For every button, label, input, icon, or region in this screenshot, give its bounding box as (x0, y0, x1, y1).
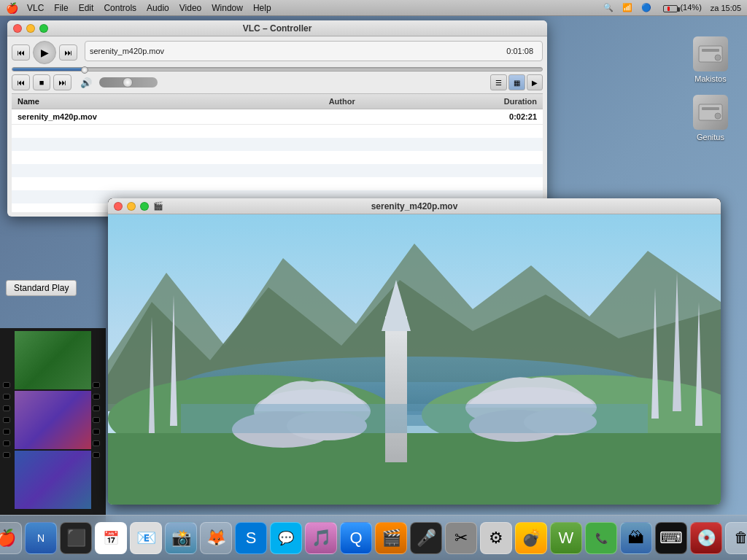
dock-trash[interactable]: 🗑 (725, 522, 747, 554)
video-content (108, 214, 721, 505)
menubar-window[interactable]: Window (212, 3, 243, 13)
film-hole (93, 452, 100, 458)
bluetooth-icon: 🔵 (641, 3, 651, 12)
stop-button[interactable]: ■ (33, 74, 50, 90)
view-play-button[interactable]: ▶ (527, 74, 543, 90)
view-list-button[interactable]: ☰ (490, 74, 507, 90)
svg-rect-1 (702, 49, 719, 52)
standard-play-button[interactable]: Standard Play (6, 280, 77, 296)
svg-point-5 (715, 113, 721, 119)
playlist-item-name: serenity_m420p.mov (12, 112, 323, 122)
standard-play-area: Standard Play (0, 277, 113, 299)
menubar-edit[interactable]: Edit (79, 3, 94, 13)
dock-item-3[interactable]: ⬛ (60, 522, 92, 554)
maximize-button[interactable] (39, 24, 48, 33)
dock-mic[interactable]: 🎤 (410, 522, 442, 554)
vlc-controller-title: VLC – Controller (243, 23, 312, 34)
minimize-button[interactable] (26, 24, 35, 33)
film-frame-3 (15, 451, 91, 509)
dock-firefox[interactable]: 🦊 (200, 522, 232, 554)
dock-item-dvd[interactable]: 💿 (690, 522, 722, 554)
playlist-table: Name Author Duration serenity_m420p.mov … (12, 93, 543, 212)
skip-fwd-button[interactable]: ⏭ (53, 74, 71, 90)
playlist-row-0[interactable]: serenity_m420p.mov 0:02:21 (12, 109, 543, 125)
dock-item-2[interactable]: N (25, 522, 57, 554)
menubar-vlc[interactable]: VLC (27, 3, 44, 13)
close-button[interactable] (13, 24, 22, 33)
wifi-icon: 📶 (622, 3, 632, 12)
film-hole (93, 440, 100, 446)
dock-skype[interactable]: S (235, 522, 267, 554)
film-hole (3, 405, 10, 411)
menubar-right: 🔍 📶 🔵 (14%) za 15:05 (600, 3, 741, 12)
makistos-drive-icon (693, 36, 728, 71)
window-control-dots (13, 24, 48, 33)
dock-itunes[interactable]: 🎵 (305, 522, 337, 554)
video-file-icon: 🎬 (153, 201, 163, 211)
dock-item-nettalk[interactable]: 📞 (585, 522, 617, 554)
dock-skype2[interactable]: 💬 (270, 522, 302, 554)
dock-calendar[interactable]: 📅 (95, 522, 127, 554)
svg-rect-28 (108, 214, 721, 505)
track-time: 0:01:08 (506, 47, 533, 55)
video-maximize-button[interactable] (140, 202, 149, 211)
film-hole (3, 394, 10, 400)
video-close-button[interactable] (114, 202, 123, 211)
skip-back-button[interactable]: ⏮ (12, 74, 30, 90)
film-holes-left (3, 382, 13, 458)
film-hole (93, 382, 100, 388)
vlc-controller-titlebar: VLC – Controller (7, 20, 547, 36)
dock-item-piano[interactable]: ⌨ (655, 522, 687, 554)
video-window-dots (114, 202, 149, 211)
apple-menu[interactable]: 🍎 (6, 2, 18, 14)
play-button[interactable]: ▶ (33, 41, 56, 64)
menubar: 🍎 VLC File Edit Controls Audio Video Win… (0, 0, 747, 16)
desktop-icon-genitus[interactable]: Genitus (685, 95, 736, 141)
progress-thumb (81, 66, 88, 74)
film-holes-right (93, 382, 103, 458)
volume-slider[interactable] (99, 77, 158, 88)
track-name: serenity_m420p.mov (90, 47, 502, 55)
desktop-icon-makistos[interactable]: Makistos (685, 36, 736, 83)
vlc-controller-body: ⏮ ▶ ⏭ serenity_m420p.mov 0:01:08 ⏮ ■ ⏭ (7, 36, 547, 217)
video-minimize-button[interactable] (127, 202, 136, 211)
playlist-item-author (323, 116, 484, 117)
menubar-video[interactable]: Video (179, 3, 201, 13)
desktop: 🍎 VLC File Edit Controls Audio Video Win… (0, 0, 747, 560)
dock-item-mountain[interactable]: 🏔 (620, 522, 652, 554)
prev-button[interactable]: ⏮ (12, 44, 30, 61)
next-button[interactable]: ⏭ (59, 44, 77, 61)
col-header-name: Name (12, 96, 323, 107)
dock-gear[interactable]: ⚙ (480, 522, 512, 554)
dock-quicktime[interactable]: Q (340, 522, 372, 554)
progress-bar[interactable] (12, 67, 543, 71)
dock-photos[interactable]: 📸 (165, 522, 197, 554)
dock-scissors[interactable]: ✂ (445, 522, 477, 554)
film-hole (93, 429, 100, 435)
film-hole (3, 382, 10, 388)
film-row-1 (3, 331, 103, 509)
vlc-controls-row: ⏮ ■ ⏭ 🔊 ☰ ▦ ▶ (12, 74, 543, 90)
film-frame-1 (15, 331, 91, 389)
menubar-controls[interactable]: Controls (104, 3, 136, 13)
vlc-controller-window: VLC – Controller ⏮ ▶ ⏭ serenity_m420p.mo… (7, 20, 547, 217)
film-hole (3, 452, 10, 458)
volume-icon: 🔊 (80, 77, 92, 88)
dock-vlc[interactable]: 🎬 (375, 522, 407, 554)
view-media-button[interactable]: ▦ (508, 74, 525, 90)
dock-finder[interactable]: 🍎 (0, 522, 22, 554)
dock-item-adium[interactable]: 💣 (515, 522, 547, 554)
film-hole (93, 394, 100, 400)
clock: za 15:05 (711, 4, 741, 12)
dock: 🍎 N ⬛ 📅 📧 📸 🦊 S 💬 🎵 Q 🎬 🎤 ✂ ⚙ 💣 W 📞 🏔 ⌨ … (0, 515, 747, 560)
menubar-file[interactable]: File (54, 3, 68, 13)
col-header-duration: Duration (484, 96, 543, 107)
vlc-video-title: serenity_m420p.mov (371, 201, 458, 211)
search-icon[interactable]: 🔍 (603, 3, 614, 12)
dock-item-worms[interactable]: W (550, 522, 582, 554)
film-hole (3, 417, 10, 423)
dock-mail[interactable]: 📧 (130, 522, 162, 554)
menubar-help[interactable]: Help (253, 3, 271, 13)
menubar-audio[interactable]: Audio (147, 3, 169, 13)
genitus-label: Genitus (697, 133, 724, 141)
